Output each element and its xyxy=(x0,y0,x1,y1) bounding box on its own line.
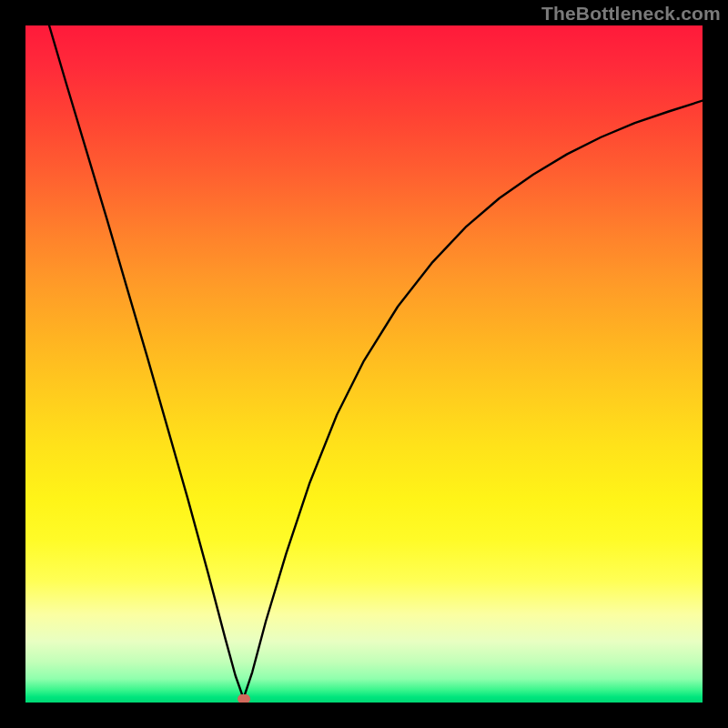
bottleneck-curve xyxy=(25,25,703,703)
curve-left-branch xyxy=(49,25,244,699)
curve-right-branch xyxy=(244,101,703,699)
watermark-text: TheBottleneck.com xyxy=(541,3,721,25)
chart-frame: TheBottleneck.com xyxy=(0,0,728,728)
plot-area xyxy=(25,25,703,703)
optimum-marker xyxy=(238,694,250,703)
